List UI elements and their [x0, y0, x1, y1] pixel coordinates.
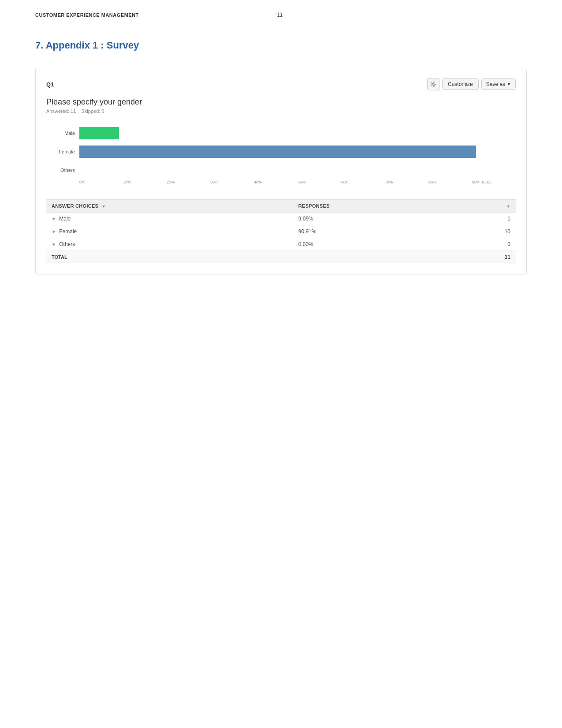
- col-answer-choices: ANSWER CHOICES ▼: [46, 200, 293, 213]
- section-heading: 7. Appendix 1 : Survey: [0, 22, 562, 60]
- x-axis-labels: 0% 10% 20% 30% 40% 50% 60% 70% 80% 90% 1…: [79, 180, 516, 184]
- col-answer-choices-label: ANSWER CHOICES: [52, 203, 98, 209]
- x-tick-0: 0%: [79, 180, 123, 184]
- choice-male: ▼ Male: [46, 213, 293, 225]
- x-tick-10: 10%: [123, 180, 167, 184]
- x-tick-20: 20%: [167, 180, 210, 184]
- chart-container: Male Female Others 0%: [46, 123, 516, 189]
- choice-female: ▼ Female: [46, 225, 293, 238]
- save-as-button[interactable]: Save as ▼: [481, 78, 516, 90]
- answered-count: Answered: 11: [46, 108, 76, 114]
- row-toggle-others[interactable]: ▼: [52, 242, 56, 247]
- bar-male: [79, 127, 119, 139]
- count-male: 1: [453, 213, 516, 225]
- chart-row-male: Male: [51, 127, 516, 139]
- page-header: CUSTOMER EXPERIENCE MANAGEMENT 11: [0, 0, 562, 22]
- count-others: 0: [453, 238, 516, 251]
- chart-bar-area-female: [79, 146, 516, 158]
- chart-row-female: Female: [51, 146, 516, 158]
- table-row-male: ▼ Male 9.09% 1: [46, 213, 516, 225]
- total-pct: [293, 251, 453, 264]
- skipped-count: Skipped: 0: [82, 108, 104, 114]
- table-header-row: ANSWER CHOICES ▼ RESPONSES ▼: [46, 200, 516, 213]
- col-responses: RESPONSES: [293, 200, 453, 213]
- count-sort-icon[interactable]: ▼: [506, 204, 510, 209]
- answered-skipped-info: Answered: 11 Skipped: 0: [46, 108, 516, 114]
- chart-row-others: Others: [51, 164, 516, 176]
- x-tick-90: 90% 100%: [472, 180, 516, 184]
- table-total-row: TOTAL 11: [46, 251, 516, 264]
- survey-card: Q1 Customize Save as ▼ Please specify yo…: [35, 69, 527, 274]
- col-responses-label: RESPONSES: [298, 203, 330, 209]
- pct-others: 0.00%: [293, 238, 453, 251]
- chart-bar-area-others: [79, 164, 516, 176]
- section-number: 7.: [35, 40, 43, 51]
- count-female: 10: [453, 225, 516, 238]
- response-table: ANSWER CHOICES ▼ RESPONSES ▼ ▼ Male 9.09…: [46, 199, 516, 263]
- page-number: 11: [139, 12, 421, 18]
- table-row-others: ▼ Others 0.00% 0: [46, 238, 516, 251]
- svg-point-0: [432, 83, 434, 85]
- chart-bar-area-male: [79, 127, 516, 139]
- col-count: ▼: [453, 200, 516, 213]
- card-top-bar: Q1 Customize Save as ▼: [46, 78, 516, 90]
- x-tick-50: 50%: [298, 180, 341, 184]
- section-title: 7. Appendix 1 : Survey: [35, 40, 527, 51]
- chart-label-others: Others: [51, 168, 75, 173]
- chart-label-male: Male: [51, 131, 75, 136]
- x-tick-80: 80%: [428, 180, 472, 184]
- table-row-female: ▼ Female 90.91% 10: [46, 225, 516, 238]
- row-toggle-female[interactable]: ▼: [52, 229, 56, 234]
- card-buttons: Customize Save as ▼: [427, 78, 516, 90]
- question-label: Q1: [46, 81, 54, 88]
- bar-female: [79, 146, 476, 158]
- customize-button[interactable]: Customize: [442, 78, 479, 90]
- pct-male: 9.09%: [293, 213, 453, 225]
- chart-label-female: Female: [51, 149, 75, 154]
- section-title-text: Appendix 1 : Survey: [46, 40, 139, 51]
- save-as-label: Save as: [486, 81, 505, 87]
- settings-icon-button[interactable]: [427, 78, 439, 90]
- answer-choices-sort-icon[interactable]: ▼: [102, 204, 106, 209]
- save-as-chevron-icon: ▼: [507, 82, 511, 86]
- x-tick-70: 70%: [385, 180, 428, 184]
- x-tick-40: 40%: [254, 180, 298, 184]
- total-count: 11: [453, 251, 516, 264]
- x-tick-60: 60%: [341, 180, 385, 184]
- choice-others: ▼ Others: [46, 238, 293, 251]
- row-toggle-male[interactable]: ▼: [52, 217, 56, 221]
- document-title: CUSTOMER EXPERIENCE MANAGEMENT: [35, 12, 139, 18]
- total-label: TOTAL: [46, 251, 293, 264]
- pct-female: 90.91%: [293, 225, 453, 238]
- chart-rows: Male Female Others: [51, 127, 516, 176]
- gear-icon: [430, 81, 436, 87]
- x-tick-30: 30%: [210, 180, 254, 184]
- question-text: Please specify your gender: [46, 97, 516, 107]
